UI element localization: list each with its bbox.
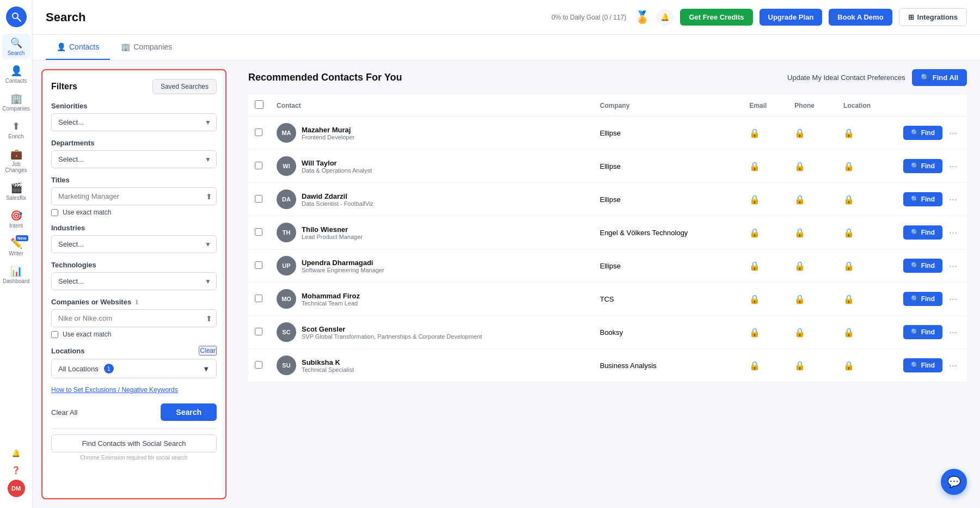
find-label: Find [921,195,935,203]
medal-icon: 🏅 [635,10,650,25]
email-lock-icon: 🔒 [749,361,760,370]
find-all-button[interactable]: 🔍 Find All [912,69,967,86]
sidebar-logo[interactable] [6,7,27,27]
search-icon: 🔍 [10,37,22,49]
phone-lock-icon: 🔒 [794,195,805,204]
book-demo-button[interactable]: Book A Demo [829,9,892,26]
sidebar-item-writer[interactable]: New ✏️ Writer [2,234,30,260]
departments-filter: Departments Select... ▼ [51,139,217,168]
find-all-label: Find All [933,74,958,82]
more-options-button[interactable]: ··· [946,292,960,306]
find-button[interactable]: 🔍 Find [903,225,942,240]
find-icon: 🔍 [911,195,919,203]
row-checkbox[interactable] [255,195,262,203]
more-options-button[interactable]: ··· [946,359,960,372]
table-row: UP Upendra Dharmagadi Software Engineeri… [248,249,967,283]
tab-contacts[interactable]: 👤 Contacts [46,35,110,60]
sidebar-item-search[interactable]: 🔍 Search [2,34,30,59]
tabs-bar: 👤 Contacts 🏢 Companies [33,35,980,60]
row-actions: 🔍 Find ··· [903,192,960,206]
find-icon: 🔍 [911,229,919,236]
row-actions: 🔍 Find ··· [903,159,960,173]
notifications-button[interactable]: 🔔 [2,446,30,461]
companies-input[interactable] [51,309,217,327]
upgrade-plan-button[interactable]: Upgrade Plan [759,9,823,26]
row-actions: 🔍 Find ··· [903,126,960,140]
more-options-button[interactable]: ··· [946,193,960,206]
locations-arrow-icon: ▼ [203,365,210,373]
sidebar-item-salesflix[interactable]: 🎬 Salesflix [2,179,30,204]
find-button[interactable]: 🔍 Find [903,325,942,339]
update-prefs-button[interactable]: Update My Ideal Contact Preferences [787,74,905,82]
results-actions: Update My Ideal Contact Preferences 🔍 Fi… [787,69,967,86]
more-options-button[interactable]: ··· [946,326,960,339]
industries-select[interactable]: Select... [51,235,217,253]
find-button[interactable]: 🔍 Find [903,126,942,140]
email-cell: 🔒 [743,150,788,183]
find-button[interactable]: 🔍 Find [903,358,942,372]
email-lock-icon: 🔒 [749,228,760,237]
header-bell-button[interactable]: 🔔 [656,9,673,26]
search-button[interactable]: Search [161,403,217,421]
contact-avatar: MA [277,123,296,143]
find-button[interactable]: 🔍 Find [903,259,942,273]
find-button[interactable]: 🔍 Find [903,192,942,206]
enrich-icon: ⬆ [12,120,20,132]
chat-bubble[interactable]: 💬 [941,469,967,495]
sidebar-item-companies[interactable]: 🏢 Companies [2,89,30,115]
integrations-button[interactable]: ⊞ Integrations [899,8,967,26]
clear-all-button[interactable]: Clear All [51,408,77,417]
seniorities-select[interactable]: Select... [51,113,217,131]
email-lock-icon: 🔒 [749,328,760,337]
row-actions: 🔍 Find ··· [903,292,960,306]
titles-upload-button[interactable]: ⬆ [206,192,212,201]
titles-exact-match-checkbox[interactable] [51,209,58,216]
row-checkbox[interactable] [255,261,262,269]
social-search-button[interactable]: Find Contacts with Social Search [51,434,217,452]
companies-upload-button[interactable]: ⬆ [206,314,212,323]
more-options-button[interactable]: ··· [946,126,960,140]
saved-searches-button[interactable]: Saved Searches [152,79,217,94]
more-options-button[interactable]: ··· [946,259,960,273]
companies-label: Companies or Websites ℹ [51,298,217,306]
location-cell: 🔒 [837,349,897,382]
row-checkbox[interactable] [255,128,262,136]
social-search-section: Find Contacts with Social Search Chrome … [51,429,217,461]
companies-exact-match-checkbox[interactable] [51,331,58,338]
contact-job-title: Data Scientist - FootballViz [302,200,373,207]
technologies-select[interactable]: Select... [51,272,217,290]
departments-select[interactable]: Select... [51,150,217,168]
row-checkbox[interactable] [255,361,262,369]
sidebar-item-label: Contacts [5,78,27,84]
sidebar-item-enrich[interactable]: ⬆ Enrich [2,117,30,143]
locations-dropdown[interactable]: All Locations 1 ▼ [51,359,217,378]
exclusions-link[interactable]: How to Set Exclusions / Negative Keyword… [51,386,217,394]
contact-cell: MA Mazaher Muraj Frontend Developer [277,123,587,143]
row-checkbox[interactable] [255,328,262,335]
help-button[interactable]: ❓ [2,463,30,478]
find-icon: 🔍 [911,362,919,369]
find-button[interactable]: 🔍 Find [903,292,942,306]
row-checkbox[interactable] [255,162,262,169]
row-checkbox[interactable] [255,295,262,302]
select-all-checkbox[interactable] [255,100,264,109]
user-avatar[interactable]: DM [8,480,25,497]
find-button[interactable]: 🔍 Find [903,159,942,173]
locations-clear-button[interactable]: Clear [199,346,217,356]
find-label: Find [921,162,935,170]
sidebar-item-job-changes[interactable]: 💼 Job Changes [2,145,30,176]
row-checkbox[interactable] [255,228,262,236]
bell-icon: 🔔 [11,449,21,457]
sidebar-item-dashboard[interactable]: 📊 Dashboard [2,262,30,287]
more-options-button[interactable]: ··· [946,226,960,240]
get-free-credits-button[interactable]: Get Free Credits [680,9,752,26]
sidebar-item-contacts[interactable]: 👤 Contacts [2,62,30,87]
contacts-icon: 👤 [10,65,22,77]
sidebar-item-intent[interactable]: 🎯 Intent [2,206,30,232]
tab-companies[interactable]: 🏢 Companies [110,35,183,60]
location-lock-icon: 🔒 [843,228,854,237]
email-cell: 🔒 [743,183,788,216]
find-icon: 🔍 [911,262,919,270]
titles-input[interactable] [51,187,217,205]
more-options-button[interactable]: ··· [946,160,960,173]
